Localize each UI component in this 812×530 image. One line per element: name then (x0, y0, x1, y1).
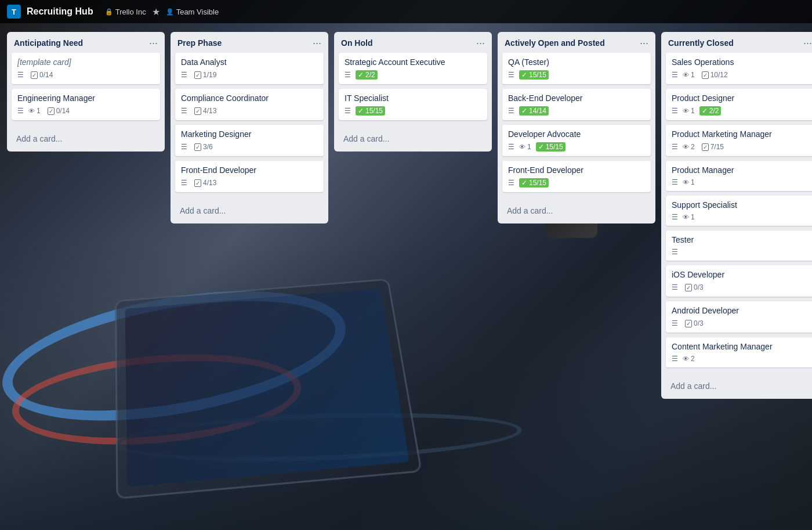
card-meta-front-end-developer-prep: ☰✓ 4/13 (181, 178, 318, 188)
card-template-card[interactable]: [template card]☰✓ 0/14 (12, 53, 160, 84)
eye-icon: 👁 (683, 107, 689, 114)
desc-icon-engineering-manager: ☰ (17, 107, 24, 115)
column-title-on-hold: On Hold (341, 38, 372, 48)
card-meta-support-specialist: ☰👁 1 (672, 213, 809, 221)
card-meta-front-end-developer-active: ☰✓ 15/15 (508, 178, 645, 188)
card-title-front-end-developer-active: Front-End Developer (508, 165, 645, 175)
add-card-button-currently-closed[interactable]: Add a card... (666, 378, 812, 394)
desc-icon-product-marketing-manager: ☰ (672, 143, 678, 151)
desc-icon-content-marketing-manager: ☰ (672, 355, 678, 363)
check-icon: ✓ (521, 179, 527, 187)
add-card-button-prep-phase[interactable]: Add a card... (175, 203, 324, 219)
card-front-end-developer-prep[interactable]: Front-End Developer☰✓ 4/13 (175, 161, 324, 192)
checklist-green-product-designer: ✓ 2/2 (699, 106, 722, 116)
card-back-end-developer[interactable]: Back-End Developer☰✓ 14/14 (502, 89, 651, 120)
column-cards-on-hold: Strategic Account Executive☰✓ 2/2IT Spec… (334, 53, 492, 125)
card-qa-tester[interactable]: QA (Tester)☰✓ 15/15 (502, 53, 651, 84)
topbar: T Recruiting Hub 🔒 Trello Inc ★ 👤 Team V… (0, 0, 812, 23)
column-header-prep-phase: Prep Phase··· (171, 32, 328, 53)
check-icon: ✓ (194, 71, 201, 79)
watch-engineering-manager: 👁 1 (28, 107, 41, 115)
desc-icon-strategic-account-executive: ☰ (345, 71, 351, 79)
card-product-designer[interactable]: Product Designer☰👁 1✓ 2/2 (666, 89, 812, 120)
eye-icon: 👁 (28, 107, 35, 114)
column-menu-anticipating-need[interactable]: ··· (149, 38, 158, 48)
card-support-specialist[interactable]: Support Specialist☰👁 1 (666, 196, 812, 226)
add-card-button-anticipating-need[interactable]: Add a card... (12, 131, 160, 147)
column-header-on-hold: On Hold··· (334, 32, 492, 53)
card-meta-compliance-coordinator: ☰✓ 4/13 (181, 106, 318, 116)
watch-content-marketing-manager: 👁 2 (683, 355, 695, 363)
add-card-section-currently-closed: Add a card... (661, 373, 812, 399)
add-card-button-actively-open[interactable]: Add a card... (502, 203, 651, 219)
desc-icon-back-end-developer: ☰ (508, 107, 514, 115)
card-meta-data-analyst: ☰✓ 1/19 (181, 70, 318, 80)
card-meta-content-marketing-manager: ☰👁 2 (672, 355, 809, 363)
card-developer-advocate[interactable]: Developer Advocate☰👁 1✓ 15/15 (502, 125, 651, 156)
column-menu-currently-closed[interactable]: ··· (803, 38, 812, 48)
card-ios-developer[interactable]: iOS Developer☰✓ 0/3 (666, 265, 812, 297)
checklist-marketing-designer: ✓ 3/6 (192, 142, 215, 152)
eye-icon: 👁 (683, 214, 689, 221)
card-title-product-manager: Product Manager (672, 165, 809, 175)
card-meta-android-developer: ☰✓ 0/3 (672, 319, 809, 328)
desc-icon-compliance-coordinator: ☰ (181, 107, 187, 115)
check-icon: ✓ (521, 71, 527, 79)
add-card-button-on-hold[interactable]: Add a card... (339, 131, 487, 147)
column-menu-on-hold[interactable]: ··· (476, 38, 485, 48)
visibility-info[interactable]: 👤 Team Visible (166, 8, 219, 16)
card-engineering-manager[interactable]: Engineering Manager☰👁 1✓ 0/14 (12, 89, 160, 120)
add-card-section-anticipating-need: Add a card... (7, 126, 165, 152)
card-product-manager[interactable]: Product Manager☰👁 1 (666, 161, 812, 191)
card-sales-operations[interactable]: Sales Operations☰👁 1✓ 10/12 (666, 53, 812, 84)
column-menu-actively-open[interactable]: ··· (640, 38, 648, 48)
card-content-marketing-manager[interactable]: Content Marketing Manager☰👁 2 (666, 337, 812, 367)
card-strategic-account-executive[interactable]: Strategic Account Executive☰✓ 2/2 (339, 53, 487, 84)
desc-icon-marketing-designer: ☰ (181, 143, 187, 151)
checklist-green-it-specialist: ✓ 15/15 (356, 106, 385, 116)
card-title-engineering-manager: Engineering Manager (17, 93, 154, 103)
star-button[interactable]: ★ (152, 6, 160, 17)
card-compliance-coordinator[interactable]: Compliance Coordinator☰✓ 4/13 (175, 89, 324, 120)
check-icon: ✓ (685, 320, 692, 327)
card-meta-strategic-account-executive: ☰✓ 2/2 (345, 70, 481, 80)
column-title-actively-open: Actively Open and Posted (505, 38, 605, 48)
eye-icon: 👁 (683, 179, 689, 186)
checklist-sales-operations: ✓ 10/12 (699, 70, 730, 80)
column-header-currently-closed: Currently Closed··· (661, 32, 812, 53)
card-title-content-marketing-manager: Content Marketing Manager (672, 342, 809, 351)
card-meta-qa-tester: ☰✓ 15/15 (508, 70, 645, 80)
card-meta-product-designer: ☰👁 1✓ 2/2 (672, 106, 809, 116)
check-icon: ✓ (194, 107, 201, 115)
check-icon: ✓ (194, 143, 201, 151)
column-anticipating-need: Anticipating Need···[template card]☰✓ 0/… (7, 32, 165, 152)
card-title-data-analyst: Data Analyst (181, 57, 318, 67)
column-menu-prep-phase[interactable]: ··· (313, 38, 321, 48)
column-header-anticipating-need: Anticipating Need··· (7, 32, 165, 53)
card-title-product-marketing-manager: Product Marketing Manager (672, 129, 809, 139)
column-title-prep-phase: Prep Phase (177, 38, 222, 48)
card-tester[interactable]: Tester☰ (666, 230, 812, 261)
check-icon: ✓ (702, 143, 709, 151)
column-header-actively-open: Actively Open and Posted··· (498, 32, 655, 53)
card-data-analyst[interactable]: Data Analyst☰✓ 1/19 (175, 53, 324, 84)
card-product-marketing-manager[interactable]: Product Marketing Manager☰👁 2✓ 7/15 (666, 125, 812, 156)
desc-icon-qa-tester: ☰ (508, 71, 514, 79)
card-meta-sales-operations: ☰👁 1✓ 10/12 (672, 70, 809, 80)
column-on-hold: On Hold···Strategic Account Executive☰✓ … (334, 32, 492, 152)
card-android-developer[interactable]: Android Developer☰✓ 0/3 (666, 301, 812, 333)
checklist-engineering-manager: ✓ 0/14 (45, 106, 72, 116)
checklist-green-back-end-developer: ✓ 14/14 (519, 106, 549, 116)
card-meta-ios-developer: ☰✓ 0/3 (672, 283, 809, 292)
card-it-specialist[interactable]: IT Specialist☰✓ 15/15 (339, 89, 487, 120)
check-icon: ✓ (521, 107, 527, 115)
desc-icon-developer-advocate: ☰ (508, 143, 514, 151)
team-icon: 👤 (166, 8, 174, 16)
org-info[interactable]: 🔒 Trello Inc (105, 8, 146, 16)
card-front-end-developer-active[interactable]: Front-End Developer☰✓ 15/15 (502, 161, 651, 192)
desc-icon-template-card: ☰ (17, 71, 24, 79)
card-marketing-designer[interactable]: Marketing Designer☰✓ 3/6 (175, 125, 324, 156)
column-cards-anticipating-need: [template card]☰✓ 0/14Engineering Manage… (7, 53, 165, 125)
checklist-android-developer: ✓ 0/3 (683, 319, 706, 328)
watch-developer-advocate: 👁 1 (519, 143, 531, 151)
